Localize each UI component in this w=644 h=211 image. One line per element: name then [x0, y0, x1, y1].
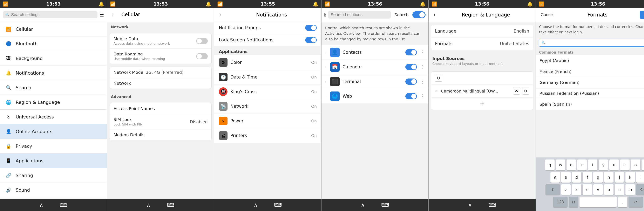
key-r[interactable]: r [577, 160, 587, 170]
terminal-menu-icon[interactable]: ⋮ [420, 79, 425, 84]
add-input-source-btn[interactable]: + [431, 98, 533, 110]
formats-search-box[interactable]: 🔍 [539, 39, 644, 46]
key-f[interactable]: f [582, 172, 592, 182]
key-e[interactable]: e [566, 160, 576, 170]
key-w[interactable]: w [556, 160, 565, 170]
eye-button[interactable]: 👁 [513, 88, 520, 94]
key-emoji[interactable]: ☺ [569, 196, 578, 207]
app-printers-row[interactable]: 🖨 Printers On [214, 128, 321, 143]
formats-search-input[interactable] [547, 40, 644, 45]
settings-item-background[interactable]: 🖼 Background [0, 51, 107, 66]
language-row[interactable]: Language English [431, 25, 533, 38]
key-backspace[interactable]: ⌫ [636, 184, 644, 195]
cancel-button[interactable]: Cancel [539, 12, 555, 18]
key-v[interactable]: v [593, 184, 603, 195]
back-nav-btn-5[interactable]: ∧ [468, 202, 472, 208]
input-source-gear-row[interactable]: ⚙ [431, 72, 533, 85]
key-s[interactable]: s [561, 172, 571, 182]
key-d[interactable]: d [572, 172, 581, 182]
key-period[interactable]: . [618, 196, 627, 207]
settings-item-cellular[interactable]: 📶 Cellular [0, 22, 107, 36]
settings-item-notifications[interactable]: 🔔 Notifications [0, 66, 107, 80]
key-y[interactable]: y [599, 160, 608, 170]
settings-item-universal-access[interactable]: ♿ Universal Access [0, 110, 107, 124]
sim-lock-row[interactable]: SIM Lock Lock SIM with PIN Disabled [110, 114, 212, 130]
search-calendar-row[interactable]: › 📅 Calendar ⋮ [322, 60, 428, 74]
key-n[interactable]: n [615, 184, 624, 195]
cameroon-row[interactable]: ≡ Cameroon Multilingual (QW... 👁 ⚙ [431, 85, 533, 98]
app-network-row[interactable]: 📡 Network On [214, 99, 321, 114]
key-m[interactable]: m [626, 184, 635, 195]
format-france[interactable]: France (French) 👁 [536, 66, 644, 77]
search-contacts-row[interactable]: › 👤 Contacts ⋮ [322, 45, 428, 60]
app-power-row[interactable]: ⚡ Power On [214, 114, 321, 128]
keyboard-nav-btn-4[interactable]: ⌨ [381, 202, 389, 208]
settings-item-bluetooth[interactable]: 🔵 Bluetooth [0, 36, 107, 51]
back-nav-btn-1[interactable]: ∧ [39, 202, 43, 208]
app-kings-cross-row[interactable]: 🚇 King's Cross On [214, 84, 321, 99]
notification-popups-toggle[interactable] [305, 25, 317, 31]
settings-item-region[interactable]: 🌐 Region & Language [0, 95, 107, 110]
app-datetime-row[interactable]: 🕐 Date & Time On [214, 70, 321, 84]
key-h[interactable]: h [604, 172, 614, 182]
key-space[interactable] [580, 196, 616, 207]
contacts-toggle[interactable] [405, 49, 417, 56]
done-button[interactable]: Done [640, 11, 644, 19]
settings-item-applications[interactable]: 📱 Applications [0, 154, 107, 168]
web-menu-icon[interactable]: ⋮ [420, 93, 425, 99]
search-terminal-row[interactable]: › ⬛ Terminal ⋮ [322, 74, 428, 89]
notification-popups-row[interactable]: Notification Popups [214, 22, 321, 34]
back-button-3[interactable]: ‹ [218, 11, 223, 19]
calendar-menu-icon[interactable]: ⋮ [420, 64, 425, 70]
modem-details-row[interactable]: Modem Details [110, 130, 212, 140]
back-button-4[interactable]: ‹ [324, 13, 326, 17]
formats-row[interactable]: Formats United States [431, 38, 533, 50]
key-b[interactable]: b [604, 184, 614, 195]
back-nav-btn-2[interactable]: ∧ [146, 202, 150, 208]
settings-item-sharing[interactable]: 🔗 Sharing [0, 168, 107, 183]
access-point-row[interactable]: Access Point Names [110, 103, 212, 114]
key-shift[interactable]: ⇧ [546, 184, 560, 195]
search-input-1[interactable] [11, 12, 95, 17]
mobile-data-row[interactable]: Mobile Data Access data using mobile net… [110, 34, 212, 49]
format-spain[interactable]: Spain (Spanish) 👁 [536, 99, 644, 110]
keyboard-nav-btn-3[interactable]: ⌨ [274, 202, 282, 208]
key-g[interactable]: g [593, 172, 603, 182]
contacts-menu-icon[interactable]: ⋮ [420, 50, 425, 55]
lock-screen-notifications-toggle[interactable] [305, 37, 317, 43]
gear-button[interactable]: ⚙ [522, 88, 529, 94]
web-toggle[interactable] [405, 93, 417, 99]
key-k[interactable]: k [626, 172, 635, 182]
key-a[interactable]: a [550, 172, 560, 182]
key-enter[interactable]: ↵ [628, 196, 643, 207]
format-germany[interactable]: Germany (German) 👁 [536, 77, 644, 88]
input-source-gear-btn[interactable]: ⚙ [435, 74, 442, 82]
terminal-toggle[interactable] [405, 78, 417, 85]
key-q[interactable]: q [545, 160, 554, 170]
back-button-2[interactable]: ‹ [110, 11, 116, 19]
back-button-5[interactable]: ‹ [432, 11, 437, 19]
network-row[interactable]: Network [110, 78, 212, 88]
key-c[interactable]: c [582, 184, 592, 195]
calendar-toggle[interactable] [405, 64, 417, 70]
settings-item-search[interactable]: 🔍 Search [0, 80, 107, 95]
key-j[interactable]: j [615, 172, 624, 182]
search-web-row[interactable]: › 🌐 Web ⋮ [322, 89, 428, 104]
key-x[interactable]: x [572, 184, 581, 195]
settings-item-online-accounts[interactable]: 👤 Online Accounts [0, 124, 107, 139]
key-123[interactable]: 123 [553, 196, 568, 207]
key-p[interactable]: p [642, 160, 644, 170]
keyboard-nav-btn-5[interactable]: ⌨ [488, 202, 496, 208]
back-nav-btn-3[interactable]: ∧ [254, 202, 258, 208]
format-russia[interactable]: Russian Federation (Russian) 👁 [536, 88, 644, 99]
key-u[interactable]: u [610, 160, 619, 170]
keyboard-nav-btn-1[interactable]: ⌨ [60, 202, 68, 208]
key-z[interactable]: z [561, 184, 571, 195]
settings-item-sound[interactable]: 🔊 Sound [0, 183, 107, 198]
search-locations-input[interactable] [330, 12, 388, 17]
data-roaming-toggle[interactable] [196, 53, 208, 59]
mobile-data-toggle[interactable] [196, 38, 208, 44]
back-nav-btn-4[interactable]: ∧ [361, 202, 365, 208]
format-egypt[interactable]: Egypt (Arabic) 👁 [536, 55, 644, 66]
lock-screen-notifications-row[interactable]: Lock Screen Notifications [214, 34, 321, 46]
